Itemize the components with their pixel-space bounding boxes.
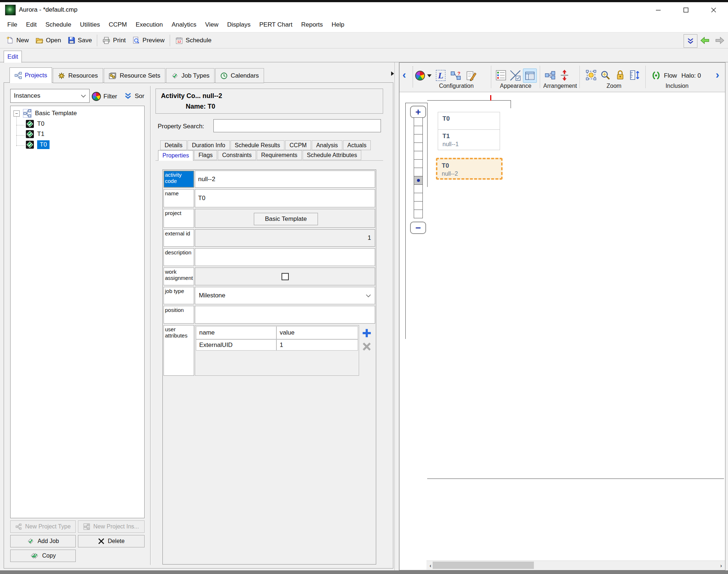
copy-button[interactable]: Copy: [10, 550, 76, 562]
zoom-fit-icon[interactable]: [586, 70, 596, 80]
new-project-instance-button[interactable]: New Project Ins...: [78, 520, 145, 533]
zoom-lock-icon[interactable]: [615, 70, 625, 80]
new-project-type-button[interactable]: New Project Type: [10, 520, 76, 533]
tab-calendars[interactable]: Calendars: [215, 68, 264, 83]
schedule-button[interactable]: 12 Schedule: [172, 34, 215, 47]
filter-button[interactable]: Filter: [92, 92, 117, 101]
zoom-track-cell[interactable]: [414, 117, 423, 126]
menu-item-schedule[interactable]: Schedule: [41, 21, 76, 28]
zoom-track-cell[interactable]: [414, 201, 423, 210]
tab-scroll-arrow-icon[interactable]: [391, 71, 394, 76]
tab-projects[interactable]: Projects: [9, 67, 52, 83]
zoom-track-cell[interactable]: [414, 159, 423, 168]
connector-query-icon[interactable]: ?: [450, 71, 461, 81]
new-button[interactable]: New: [3, 34, 32, 47]
open-button[interactable]: Open: [32, 34, 64, 47]
add-attribute-icon[interactable]: [362, 328, 372, 338]
zoom-track-cell[interactable]: [414, 142, 423, 151]
toolbar-drag-handle[interactable]: [413, 66, 413, 87]
panel-divider[interactable]: [150, 86, 151, 565]
tab-analysis[interactable]: Analysis: [312, 140, 342, 150]
legend-icon[interactable]: [496, 70, 506, 81]
position-field[interactable]: [195, 306, 375, 324]
menu-item-help[interactable]: Help: [327, 21, 349, 28]
preview-button[interactable]: Preview: [129, 34, 168, 47]
description-field[interactable]: [195, 248, 375, 266]
user-attr-value-cell[interactable]: 1: [276, 339, 358, 351]
work-assignment-checkbox[interactable]: [282, 273, 289, 280]
back-arrow-icon[interactable]: [700, 36, 710, 45]
node-arrange-icon[interactable]: [545, 71, 555, 80]
position-input[interactable]: [195, 306, 375, 323]
pert-node-t0[interactable]: T0: [438, 112, 500, 130]
maximize-button[interactable]: [677, 3, 694, 17]
zoom-track-cell[interactable]: [414, 134, 423, 143]
zoom-track-cell[interactable]: [414, 193, 423, 202]
menu-item-file[interactable]: File: [3, 21, 21, 28]
zoom-track-cell[interactable]: [414, 168, 423, 176]
pert-node-t1[interactable]: T1 null--1: [438, 129, 500, 150]
tree-collapse-icon[interactable]: −: [13, 110, 20, 117]
property-label-description[interactable]: description: [164, 248, 194, 266]
property-search-input[interactable]: [213, 119, 381, 132]
forward-arrow-icon[interactable]: [715, 36, 725, 45]
delete-button[interactable]: Delete: [78, 535, 145, 547]
tab-details[interactable]: Details: [160, 140, 187, 150]
property-label-user-attributes[interactable]: user attributes: [164, 325, 194, 376]
tab-ccpm[interactable]: CCPM: [285, 140, 311, 150]
menu-item-edit[interactable]: Edit: [21, 21, 41, 28]
name-input[interactable]: [195, 190, 375, 207]
tree-item-t0-selected[interactable]: T0: [26, 140, 50, 149]
name-field[interactable]: [195, 189, 375, 207]
tab-requirements[interactable]: Requirements: [257, 150, 302, 160]
collapse-toolbar-button[interactable]: [684, 34, 697, 48]
configuration-palette-icon[interactable]: [415, 71, 425, 81]
zoom-level-indicator[interactable]: [414, 176, 423, 185]
edit-notes-icon[interactable]: [466, 70, 476, 81]
tree-item-label-selected[interactable]: T0: [37, 140, 50, 149]
property-label-project[interactable]: project: [164, 209, 194, 228]
zoom-track-cell[interactable]: [414, 184, 423, 193]
user-attr-col-name[interactable]: name: [196, 326, 276, 339]
zoom-out-button[interactable]: −: [410, 222, 426, 234]
zoom-in-button[interactable]: +: [410, 106, 426, 118]
job-type-dropdown[interactable]: Milestone: [195, 287, 375, 304]
scrollbar-thumb[interactable]: [433, 562, 534, 569]
tree-item-t0[interactable]: T0: [26, 120, 44, 128]
tab-schedule-results[interactable]: Schedule Results: [231, 140, 285, 150]
property-label-name[interactable]: name: [164, 189, 194, 207]
flow-halo-icon[interactable]: [651, 71, 661, 80]
zoom-scale-icon[interactable]: [629, 70, 640, 81]
tab-properties[interactable]: Properties: [158, 150, 193, 161]
print-button[interactable]: Print: [99, 34, 129, 47]
chart-horizontal-scrollbar[interactable]: ‹ ›: [426, 561, 725, 570]
user-attr-name-cell[interactable]: ExternalUID: [196, 339, 276, 351]
property-label-activity-code[interactable]: activity code: [164, 171, 194, 188]
label-style-icon[interactable]: L: [436, 70, 445, 81]
scroll-groups-left-icon[interactable]: ‹: [402, 69, 406, 80]
tab-edit[interactable]: Edit: [4, 51, 22, 63]
spacing-icon[interactable]: [560, 69, 569, 81]
palette-dropdown-icon[interactable]: [427, 74, 432, 77]
instances-dropdown[interactable]: Instances: [10, 89, 90, 103]
tree-root-label[interactable]: Basic Template: [35, 110, 77, 117]
zoom-track-cell[interactable]: [414, 210, 423, 218]
add-job-button[interactable]: Add Job: [10, 535, 76, 547]
menu-item-ccpm[interactable]: CCPM: [104, 21, 131, 28]
property-label-external-id[interactable]: external id: [164, 229, 194, 247]
menu-item-pert-chart[interactable]: PERT Chart: [255, 21, 297, 28]
main-splitter[interactable]: [394, 62, 399, 570]
pert-node-t0-selected[interactable]: T0 null--2: [436, 158, 503, 180]
menu-item-utilities[interactable]: Utilities: [76, 21, 105, 28]
layout-view-icon[interactable]: [523, 69, 537, 83]
close-button[interactable]: [705, 3, 722, 17]
tab-schedule-attributes[interactable]: Schedule Attributes: [303, 150, 362, 160]
description-input[interactable]: [195, 249, 375, 266]
tab-resources[interactable]: Resources: [53, 68, 103, 83]
tree-root-row[interactable]: − Basic Template: [13, 109, 77, 118]
tree-item-label[interactable]: T0: [37, 120, 44, 128]
tab-duration-info[interactable]: Duration Info: [188, 140, 230, 150]
property-label-work-assignment[interactable]: work assignment: [164, 268, 194, 285]
crossing-reduction-icon[interactable]: [510, 70, 521, 81]
tab-actuals[interactable]: Actuals: [343, 140, 371, 150]
